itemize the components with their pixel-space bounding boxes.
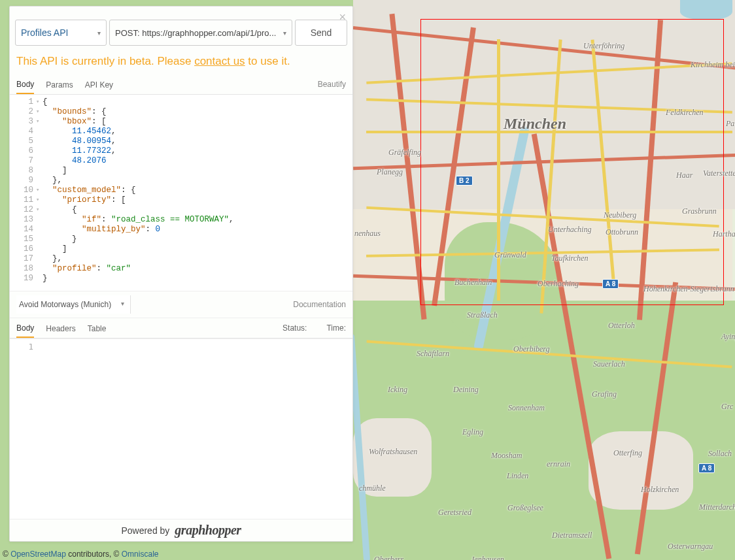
town-label: Moosham: [491, 451, 522, 461]
documentation-link[interactable]: Documentation: [293, 300, 346, 309]
town-label: Taufkirchen: [551, 254, 588, 263]
town-label: Icking: [388, 385, 407, 395]
code-line[interactable]: ]: [43, 166, 349, 176]
line-number: 4: [10, 127, 33, 137]
town-label: Schäftlarn: [417, 349, 449, 359]
town-label: Aying: [721, 332, 735, 342]
fold-toggle: [36, 254, 43, 264]
map-attribution: © OpenStreetMap contributors, © Omniscal…: [3, 550, 158, 559]
fold-toggle: [36, 264, 43, 274]
town-label: Ottobrunn: [606, 227, 638, 237]
fold-toggle: [36, 156, 43, 166]
code-line[interactable]: 11.45462,: [43, 127, 349, 137]
top-controls: Profiles API ▾ POST: https://graphhopper…: [10, 7, 352, 52]
contact-us-link[interactable]: contact us: [194, 55, 245, 67]
town-label: Dietramszell: [552, 531, 592, 540]
attr-mid: contributors, ©: [66, 550, 122, 559]
line-number: 15: [10, 235, 33, 244]
fold-toggle[interactable]: ▾: [36, 97, 43, 107]
line-number: 14: [10, 225, 33, 235]
town-label: Jenhausen: [471, 555, 504, 560]
code-line[interactable]: {: [43, 97, 349, 107]
attr-prefix: ©: [3, 550, 10, 559]
beautify-button[interactable]: Beautify: [318, 80, 346, 89]
fold-toggle: [36, 244, 43, 254]
code-line[interactable]: }: [43, 274, 349, 284]
request-tabs: Body Params API Key Beautify: [10, 74, 352, 95]
code-line[interactable]: "bbox": [: [43, 117, 349, 127]
line-number: 2: [10, 107, 33, 117]
town-label: Feldkirchen: [666, 108, 704, 118]
fold-toggle: [36, 176, 43, 186]
fold-toggle: [36, 137, 43, 146]
osm-link[interactable]: OpenStreetMap: [10, 550, 66, 559]
tab-response-headers[interactable]: Headers: [46, 319, 75, 337]
town-label: Höhenkirchen-Siegertsbrunn: [643, 284, 734, 294]
fold-toggle[interactable]: ▾: [36, 205, 43, 215]
line-number: 8: [10, 166, 33, 176]
request-url-box[interactable]: POST: https://graphhopper.com/api/1/pro.…: [109, 20, 292, 46]
line-number: 1: [10, 97, 33, 107]
omniscale-link[interactable]: Omniscale: [122, 550, 159, 559]
response-editor[interactable]: 1: [10, 338, 352, 519]
code-line[interactable]: "priority": [: [43, 195, 349, 205]
chevron-down-icon: ▾: [283, 29, 286, 37]
town-label: Wolfratshausen: [369, 447, 417, 457]
town-label: Deining: [453, 385, 479, 395]
highway-badge: A 8: [698, 463, 715, 473]
powered-by-label: Powered by: [121, 525, 169, 536]
api-panel: × Profiles API ▾ POST: https://graphhopp…: [9, 6, 353, 542]
town-label: Straßlach: [467, 310, 498, 320]
code-line[interactable]: },: [43, 254, 349, 264]
fold-toggle[interactable]: ▾: [36, 117, 43, 127]
code-line[interactable]: "if": "road_class == MOTORWAY",: [43, 215, 349, 225]
town-label: Linden: [507, 471, 528, 481]
line-number: 5: [10, 137, 33, 146]
beta-suffix: to use it.: [245, 55, 290, 67]
highway-badge: B 2: [456, 176, 473, 186]
fold-toggle[interactable]: ▾: [36, 186, 43, 195]
fold-toggle: [36, 146, 43, 156]
town-label: Oberhaching: [538, 279, 579, 289]
code-line[interactable]: "multiply_by": 0: [43, 225, 349, 235]
town-label: Mitterdarch: [699, 502, 735, 512]
code-line[interactable]: "custom_model": {: [43, 186, 349, 195]
code-line[interactable]: ]: [43, 244, 349, 254]
request-editor[interactable]: 12345678910111213141516171819 ▾▾▾▾▾▾ { "…: [10, 95, 352, 291]
town-label: Grasbrunn: [682, 206, 717, 216]
fold-toggle[interactable]: ▾: [36, 195, 43, 205]
code-line[interactable]: },: [43, 176, 349, 186]
code-line[interactable]: "profile": "car": [43, 264, 349, 274]
town-label: Holzkirchen: [641, 485, 679, 495]
code-line[interactable]: "bounds": {: [43, 107, 349, 117]
tab-body[interactable]: Body: [16, 74, 34, 94]
tab-params[interactable]: Params: [46, 75, 73, 93]
api-selector[interactable]: Profiles API ▾: [15, 20, 107, 46]
fold-toggle: [36, 274, 43, 284]
beta-prefix: This API is currently in beta. Please: [16, 55, 194, 67]
close-icon[interactable]: ×: [339, 10, 346, 24]
code-line[interactable]: }: [43, 235, 349, 244]
api-selector-value: Profiles API: [21, 27, 68, 38]
tab-apikey[interactable]: API Key: [85, 75, 113, 93]
town-label: Kirchheim bei München: [691, 60, 735, 70]
town-label: Unterhaching: [548, 225, 591, 235]
tab-response-table[interactable]: Table: [88, 319, 107, 337]
line-number: 16: [10, 244, 33, 254]
code-line[interactable]: 48.2076: [43, 156, 349, 166]
line-number: 11: [10, 195, 33, 205]
line-number: 18: [10, 264, 33, 274]
town-label: chmühle: [359, 484, 386, 493]
code-line[interactable]: 48.00954,: [43, 137, 349, 146]
line-number: 12: [10, 205, 33, 215]
preset-select[interactable]: Avoid Motorways (Munich): [16, 295, 131, 314]
town-label: Vaterstette: [703, 169, 735, 178]
code-line[interactable]: {: [43, 205, 349, 215]
town-label: Haar: [676, 171, 692, 180]
town-label: ernrain: [547, 459, 570, 469]
code-line[interactable]: 11.77322,: [43, 146, 349, 156]
town-label: Grc: [721, 402, 733, 412]
town-label: Planegg: [377, 167, 403, 177]
fold-toggle[interactable]: ▾: [36, 107, 43, 117]
tab-response-body[interactable]: Body: [16, 318, 34, 338]
